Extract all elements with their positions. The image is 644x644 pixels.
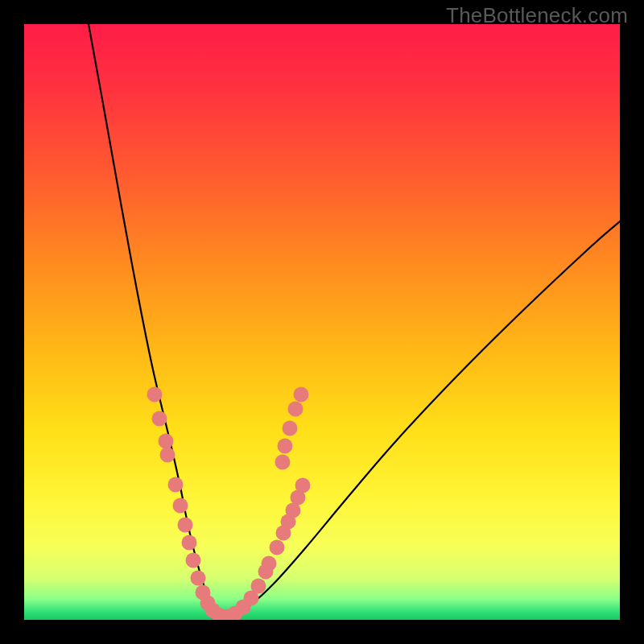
curve-layer xyxy=(24,24,620,620)
curve-dot xyxy=(191,571,206,586)
curve-dot xyxy=(173,498,188,514)
curve-dot xyxy=(283,421,298,436)
curve-dots xyxy=(147,387,311,621)
chart-frame: TheBottleneck.com xyxy=(0,0,644,644)
curve-dot xyxy=(159,434,174,449)
curve-dot xyxy=(160,448,175,463)
plot-area xyxy=(24,24,620,620)
curve-dot xyxy=(270,540,285,555)
curve-dot xyxy=(186,553,201,568)
curve-dot xyxy=(251,579,266,594)
curve-dot xyxy=(275,455,291,470)
curve-dot xyxy=(178,518,193,533)
curve-dot xyxy=(294,387,309,402)
curve-dot xyxy=(295,478,311,493)
curve-dot xyxy=(288,402,303,417)
curve-dot xyxy=(168,477,184,493)
curve-dot xyxy=(278,439,293,454)
watermark-text: TheBottleneck.com xyxy=(446,3,628,28)
bottleneck-curve xyxy=(89,24,620,616)
curve-dot xyxy=(152,411,167,427)
curve-dot xyxy=(182,535,197,551)
curve-dot xyxy=(147,387,163,402)
curve-dot xyxy=(262,556,277,572)
